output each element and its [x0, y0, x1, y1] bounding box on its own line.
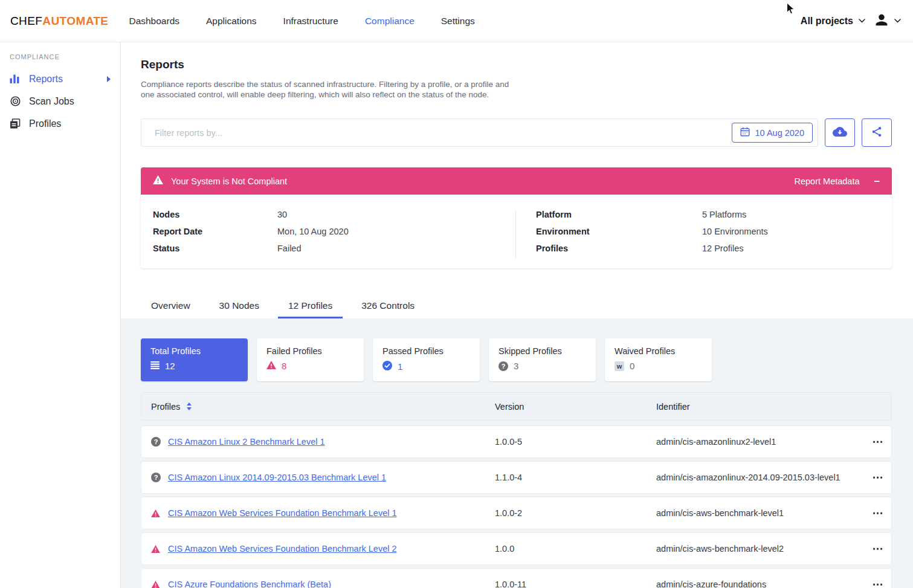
metadata-label: Report Date	[153, 226, 277, 237]
profile-identifier: admin/cis-azure-foundations	[656, 580, 865, 588]
tab-controls[interactable]: 326 Controls	[351, 296, 425, 318]
profile-link[interactable]: CIS Amazon Linux 2014.09-2015.03 Benchma…	[168, 473, 386, 482]
column-header-profiles: Profiles	[151, 402, 180, 412]
profile-identifier: admin/cis-amazonlinux-2014.09-2015.03-le…	[656, 473, 865, 482]
card-label: Skipped Profiles	[498, 346, 586, 356]
tab-profiles[interactable]: 12 Profiles	[278, 296, 343, 318]
profiles-table: Profiles Version Identifier ? CIS Amazon…	[141, 392, 892, 588]
profile-link[interactable]: CIS Amazon Web Services Foundation Bench…	[168, 508, 397, 518]
logo-automate-text: AUTOMATE	[42, 15, 108, 27]
row-menu-button[interactable]: ⋯	[865, 507, 891, 519]
table-row: CIS Amazon Web Services Foundation Bench…	[141, 497, 892, 529]
table-row: ? CIS Amazon Linux 2014.09-2015.03 Bench…	[141, 461, 892, 494]
nav-item-applications[interactable]: Applications	[193, 16, 270, 27]
card-count: 3	[514, 361, 518, 371]
card-count: 12	[165, 361, 175, 371]
cloud-download-icon	[833, 126, 847, 140]
profile-link[interactable]: CIS Azure Foundations Benchmark (Beta)	[168, 580, 331, 588]
report-metadata-toggle[interactable]: Report Metadata	[795, 176, 860, 186]
expand-arrow-icon[interactable]	[107, 76, 111, 82]
row-menu-button[interactable]: ⋯	[865, 471, 891, 483]
chevron-down-icon[interactable]	[859, 19, 865, 23]
metadata-row-nodes: Nodes 30	[153, 209, 515, 220]
chef-automate-logo[interactable]: CHEFAUTOMATE	[10, 15, 108, 28]
user-chevron-down-icon[interactable]	[894, 19, 901, 23]
report-tabs: Overview 30 Nodes 12 Profiles 326 Contro…	[141, 296, 892, 318]
status-failed-icon	[151, 509, 168, 517]
column-header-identifier: Identifier	[656, 402, 891, 412]
sidebar-item-label: Reports	[29, 74, 63, 85]
metadata-row-profiles: Profiles 12 Profiles	[536, 243, 892, 254]
chef-automate-app: CHEFAUTOMATE Dashboards Applications Inf…	[0, 0, 913, 588]
metadata-row-report-date: Report Date Mon, 10 Aug 2020	[153, 226, 515, 237]
sort-toggle-icon[interactable]	[187, 402, 192, 410]
banner-controls: Report Metadata –	[795, 176, 880, 186]
profiles-tab-panel: Total Profiles 12 Failed Profiles	[121, 318, 913, 588]
check-circle-icon	[382, 361, 392, 372]
share-report-button[interactable]	[862, 118, 892, 147]
waived-profiles-card[interactable]: Waived Profiles w 0	[605, 338, 712, 381]
sidebar-section-label: COMPLIANCE	[10, 53, 120, 60]
metadata-label: Nodes	[153, 209, 277, 220]
user-menu-button[interactable]	[874, 13, 889, 30]
profile-version: 1.0.0	[495, 544, 656, 554]
metadata-value: 10 Environments	[702, 226, 768, 237]
reports-header-section: Reports Compliance reports describe the …	[121, 42, 913, 318]
passed-profiles-card[interactable]: Passed Profiles 1	[373, 338, 480, 381]
profile-version: 1.0.0-11	[495, 580, 656, 588]
row-menu-button[interactable]: ⋯	[865, 578, 891, 588]
non-compliant-banner: Your System is Not Compliant Report Meta…	[141, 167, 892, 195]
card-label: Failed Profiles	[266, 346, 354, 356]
profile-identifier: admin/cis-aws-benchmark-level2	[656, 544, 865, 554]
status-failed-icon	[151, 545, 168, 553]
filter-container: 10 Aug 2020	[141, 118, 818, 147]
bar-chart-icon	[10, 74, 21, 83]
filter-reports-input[interactable]	[153, 128, 732, 138]
profile-version: 1.1.0-4	[495, 473, 656, 482]
metadata-left-column: Nodes 30 Report Date Mon, 10 Aug 2020 St…	[153, 209, 515, 260]
profiles-stack-icon	[10, 118, 21, 129]
column-header-version: Version	[495, 402, 656, 412]
download-report-button[interactable]	[825, 118, 855, 147]
metadata-label: Status	[153, 243, 277, 254]
radar-icon	[10, 95, 21, 107]
collapse-icon[interactable]: –	[874, 176, 880, 186]
status-question-icon: ?	[151, 473, 168, 482]
sidebar-item-scan-jobs[interactable]: Scan Jobs	[0, 90, 120, 112]
failed-profiles-card[interactable]: Failed Profiles 8	[257, 338, 364, 381]
profile-link[interactable]: CIS Amazon Web Services Foundation Bench…	[168, 544, 397, 554]
row-menu-button[interactable]: ⋯	[865, 543, 891, 555]
tab-overview[interactable]: Overview	[141, 296, 201, 318]
card-count: 1	[398, 361, 402, 372]
table-row: ? CIS Amazon Linux 2 Benchmark Level 1 1…	[141, 425, 892, 458]
card-label: Passed Profiles	[382, 346, 470, 356]
row-menu-button[interactable]: ⋯	[865, 436, 891, 448]
card-label: Waived Profiles	[615, 346, 702, 356]
metadata-value: Failed	[277, 243, 302, 254]
metadata-row-platform: Platform 5 Platforms	[536, 209, 892, 220]
table-row: CIS Amazon Web Services Foundation Bench…	[141, 532, 892, 565]
report-summary-card: Your System is Not Compliant Report Meta…	[141, 167, 892, 268]
sidebar-item-profiles[interactable]: Profiles	[0, 112, 120, 135]
nav-item-compliance[interactable]: Compliance	[352, 16, 428, 27]
tab-nodes[interactable]: 30 Nodes	[209, 296, 269, 318]
projects-dropdown[interactable]: All projects	[801, 16, 853, 27]
card-count: 8	[282, 361, 286, 371]
primary-nav: Dashboards Applications Infrastructure C…	[115, 16, 488, 27]
skipped-profiles-card[interactable]: Skipped Profiles ? 3	[489, 338, 596, 381]
list-icon	[150, 361, 160, 371]
nav-item-infrastructure[interactable]: Infrastructure	[270, 16, 352, 27]
main-content: Reports Compliance reports describe the …	[121, 42, 913, 588]
banner-message: Your System is Not Compliant	[171, 176, 287, 186]
metadata-row-status: Status Failed	[153, 243, 515, 254]
status-failed-icon	[151, 581, 168, 588]
profile-link[interactable]: CIS Amazon Linux 2 Benchmark Level 1	[168, 437, 325, 447]
sidebar-item-reports[interactable]: Reports	[0, 68, 120, 90]
nav-item-dashboards[interactable]: Dashboards	[115, 16, 193, 27]
total-profiles-card[interactable]: Total Profiles 12	[141, 338, 248, 381]
date-picker-button[interactable]: 10 Aug 2020	[732, 123, 813, 143]
warning-triangle-icon	[153, 175, 163, 187]
metadata-label: Profiles	[536, 243, 702, 254]
nav-item-settings[interactable]: Settings	[428, 16, 488, 27]
profile-identifier: admin/cis-aws-benchmark-level1	[656, 508, 865, 518]
